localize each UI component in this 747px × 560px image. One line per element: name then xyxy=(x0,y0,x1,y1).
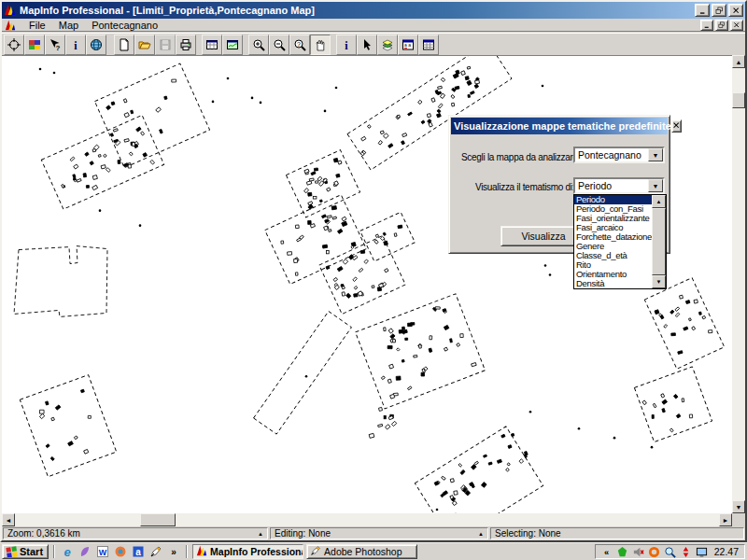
menu-item-map[interactable]: Map xyxy=(52,20,85,31)
map-combobox[interactable]: Pontecagnano ▼ xyxy=(573,147,665,163)
scroll-up-button[interactable]: ▲ xyxy=(732,55,745,68)
orange-ring-icon[interactable] xyxy=(647,545,661,559)
select-arrow-icon xyxy=(360,38,374,51)
mapinfo-icon xyxy=(196,545,207,558)
start-button[interactable]: Start xyxy=(2,544,49,559)
zoom-out-icon xyxy=(273,38,286,51)
dropdown-arrow-icon[interactable]: ▼ xyxy=(648,179,663,192)
chevron-more-icon[interactable]: » xyxy=(166,544,181,559)
svg-text:?: ? xyxy=(56,44,61,51)
vertical-scroll-thumb[interactable] xyxy=(732,92,745,108)
word-icon[interactable]: W xyxy=(95,544,110,559)
dropdown-arrow-icon[interactable]: ▼ xyxy=(648,148,663,161)
change-view-button[interactable]: ? xyxy=(289,35,310,55)
toolbar: ?i?ia a xyxy=(2,33,745,55)
svg-text:«: « xyxy=(604,548,609,557)
status-zoom-panel[interactable]: Zoom: 0,3616 km ▲ xyxy=(3,527,268,539)
horizontal-scroll-thumb[interactable] xyxy=(140,513,176,526)
scroll-right-button[interactable]: ► xyxy=(719,513,732,526)
list-scroll-thumb[interactable] xyxy=(652,208,666,275)
thematic-map-button[interactable] xyxy=(24,35,45,55)
zoom-out-button[interactable] xyxy=(269,35,289,55)
child-close-button[interactable] xyxy=(730,20,743,31)
map-speck xyxy=(436,509,439,511)
scroll-left-button[interactable]: ◄ xyxy=(2,513,15,526)
map-speck xyxy=(212,101,215,104)
photoshop-pen-icon[interactable] xyxy=(148,544,163,559)
start-label: Start xyxy=(20,546,43,557)
audio-muted-icon[interactable] xyxy=(631,545,645,559)
dialog-close-button[interactable] xyxy=(671,119,682,133)
horizontal-scrollbar[interactable]: ◄ ► xyxy=(2,513,732,526)
taskbar: Start eWa» MapInfo Professional ...Adobe… xyxy=(0,542,747,560)
magnifier-icon[interactable] xyxy=(663,545,677,559)
target-button[interactable] xyxy=(4,35,24,55)
messenger-icon[interactable] xyxy=(78,544,92,559)
menu-item-file[interactable]: File xyxy=(22,20,52,31)
map-speck xyxy=(529,411,532,413)
theme-option[interactable]: Densità xyxy=(574,279,652,288)
map-speck xyxy=(544,264,547,267)
toolbar-group: ?ia a xyxy=(114,34,439,56)
save-button[interactable] xyxy=(155,35,176,55)
restore-button[interactable] xyxy=(712,4,726,17)
layer-control-button[interactable] xyxy=(377,35,398,55)
scroll-up-button[interactable]: ▲ xyxy=(652,195,666,208)
scroll-down-button[interactable]: ▼ xyxy=(652,275,666,288)
info-tool-button[interactable]: i xyxy=(336,35,357,55)
open-folder-button[interactable] xyxy=(134,35,155,55)
new-browser-button[interactable] xyxy=(202,35,222,55)
map-speck xyxy=(613,437,616,440)
child-restore-button[interactable] xyxy=(715,20,728,31)
status-editing-panel[interactable]: Editing: None ▲ xyxy=(270,527,488,539)
antivirus-icon[interactable] xyxy=(615,545,629,559)
firefox-icon[interactable] xyxy=(113,544,128,559)
map-tomb-cluster xyxy=(304,158,342,209)
info-tool-icon: i xyxy=(340,38,353,51)
map-speck xyxy=(305,375,308,378)
pan-hand-button[interactable] xyxy=(310,35,331,55)
acrobat-a-icon[interactable]: a xyxy=(131,544,146,559)
chevron-collapse-icon[interactable]: « xyxy=(599,545,613,559)
child-minimize-button[interactable] xyxy=(700,20,713,31)
query-pointer-button[interactable]: ? xyxy=(45,35,65,55)
map-speck xyxy=(53,72,56,75)
scroll-down-button[interactable]: ▼ xyxy=(732,500,745,513)
display-icon[interactable] xyxy=(695,545,709,559)
select-arrow-button[interactable] xyxy=(357,35,377,55)
zoom-in-button[interactable] xyxy=(248,35,269,55)
map-speck xyxy=(578,427,581,430)
map-tomb-cluster xyxy=(369,407,397,438)
map-speck xyxy=(542,85,544,88)
query-pointer-icon: ? xyxy=(49,38,62,51)
legend-button[interactable]: a a xyxy=(398,35,418,55)
internet-explorer-icon[interactable]: e xyxy=(60,544,75,559)
svg-text:W: W xyxy=(99,548,107,557)
network-activity-icon[interactable] xyxy=(679,545,693,559)
statistics-button[interactable] xyxy=(418,35,439,55)
info-button[interactable]: i xyxy=(65,35,86,55)
thematic-map-icon xyxy=(28,38,41,51)
new-mapper-button[interactable] xyxy=(222,35,243,55)
map-tomb-cluster xyxy=(281,206,356,276)
document-icon[interactable] xyxy=(5,20,17,31)
taskbar-separator xyxy=(186,545,188,558)
task-button-mapinfo[interactable]: MapInfo Professional ... xyxy=(192,544,303,559)
minimize-button[interactable] xyxy=(695,4,710,17)
task-button-photoshop[interactable]: Adobe Photoshop xyxy=(306,544,417,559)
task-buttons: MapInfo Professional ...Adobe Photoshop xyxy=(192,544,417,559)
map-tomb-cluster xyxy=(434,433,528,505)
globe-icon xyxy=(90,38,103,51)
theme-combobox[interactable]: Periodo ▼ xyxy=(573,177,665,194)
list-scrollbar[interactable]: ▲ ▼ xyxy=(652,195,666,288)
print-button[interactable] xyxy=(176,35,196,55)
globe-button[interactable] xyxy=(86,35,106,55)
minimize-icon xyxy=(698,7,707,15)
vertical-scrollbar[interactable]: ▲ ▼ xyxy=(732,55,745,513)
map-parcel xyxy=(644,278,724,370)
svg-text:»: » xyxy=(171,547,176,557)
new-document-icon xyxy=(118,38,131,51)
new-document-button[interactable] xyxy=(114,35,134,55)
menu-item-pontecagnano[interactable]: Pontecagnano xyxy=(85,20,164,31)
close-button[interactable] xyxy=(728,4,743,17)
